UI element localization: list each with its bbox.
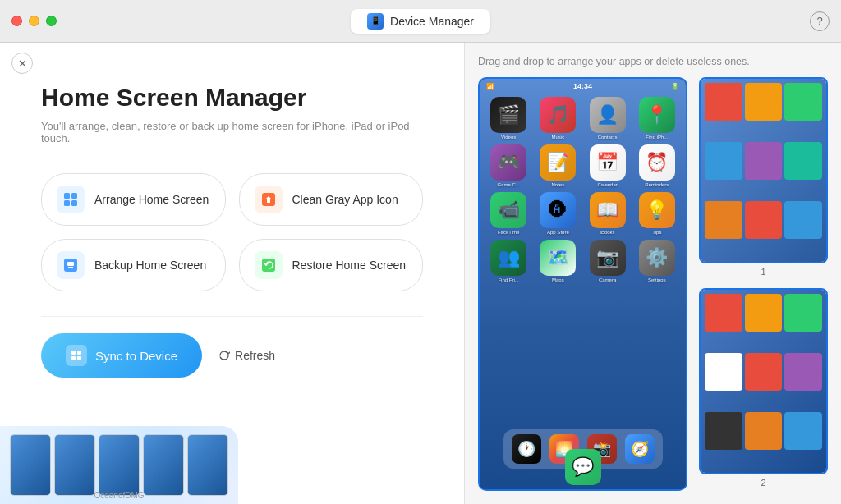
- app-music[interactable]: 🎵 Music: [535, 97, 580, 140]
- app-appstore[interactable]: 🅐 App Store: [535, 192, 580, 235]
- app-icons-grid[interactable]: 🎬 Videos 🎵 Music 👤 Contacts 📍: [480, 94, 686, 286]
- arrange-home-screen-button[interactable]: Arrange Home Screen: [41, 173, 226, 226]
- app-maps-label: Maps: [552, 277, 564, 282]
- status-bar: 📶 14:34 🔋: [480, 79, 686, 94]
- app-findmy-label: Find iPh...: [646, 135, 668, 140]
- refresh-icon: [218, 350, 230, 361]
- panel-close-button[interactable]: ✕: [11, 53, 33, 74]
- thumbnail-2-container: 2: [699, 288, 828, 474]
- svg-rect-2: [64, 200, 70, 206]
- thumb-label-2: 2: [761, 478, 765, 488]
- actions-grid: Arrange Home Screen Clean Gray App Icon: [41, 173, 423, 291]
- svg-rect-11: [71, 356, 76, 360]
- refresh-button[interactable]: Refresh: [218, 349, 275, 362]
- backup-label: Backup Home Screen: [94, 259, 206, 272]
- app-findfriends[interactable]: 👥 Find Fri...: [486, 240, 531, 282]
- app-camera[interactable]: 📷 Camera: [586, 240, 630, 282]
- maximize-traffic-light[interactable]: [46, 16, 57, 26]
- t2-app7: [705, 412, 742, 450]
- clean-label: Clean Gray App Icon: [292, 193, 398, 206]
- svg-rect-7: [68, 267, 73, 268]
- preview-screen-2: [55, 435, 94, 495]
- right-panel: Drag and drop to arrange your apps or de…: [464, 43, 841, 504]
- panel-subtitle: You'll arrange, clean, restore or back u…: [41, 120, 423, 144]
- dock-safari[interactable]: 🧭: [625, 434, 655, 464]
- phone-time: 14:34: [573, 82, 592, 90]
- preview-device-2: [54, 434, 95, 496]
- restore-home-screen-button[interactable]: Restore Home Screen: [239, 239, 424, 291]
- svg-rect-1: [71, 193, 77, 199]
- app-ibooks[interactable]: 📖 iBooks: [586, 192, 630, 235]
- clean-gray-app-icon-button[interactable]: Clean Gray App Icon: [239, 173, 424, 226]
- app-reminders-icon: ⏰: [639, 144, 675, 181]
- thumbnail-screen-2[interactable]: [699, 288, 828, 474]
- main-content: ✕ Home Screen Manager You'll arrange, cl…: [0, 43, 841, 504]
- t1-app6: [784, 142, 822, 180]
- refresh-label: Refresh: [235, 349, 275, 362]
- app-findfriends-label: Find Fri...: [498, 277, 518, 282]
- app-music-label: Music: [552, 135, 565, 140]
- app-gamecenter[interactable]: 🎮 Game C...: [486, 144, 531, 187]
- preview-device-3: [99, 434, 140, 496]
- svg-rect-0: [64, 193, 70, 199]
- t1-app4: [705, 142, 742, 180]
- battery-icon: 🔋: [671, 83, 679, 90]
- title-bar: 📱 Device Manager ?: [0, 0, 841, 43]
- app-camera-label: Camera: [599, 277, 616, 282]
- app-tips-label: Tips: [652, 230, 661, 235]
- app-findfriends-icon: 👥: [490, 240, 526, 276]
- app-facetime[interactable]: 📹 FaceTime: [486, 192, 531, 235]
- app-ibooks-label: iBooks: [600, 230, 615, 235]
- t1-app7: [705, 201, 742, 239]
- t1-app2: [745, 83, 783, 121]
- t2-app2: [745, 294, 783, 332]
- app-findmy[interactable]: 📍 Find iPh...: [635, 97, 679, 140]
- app-reminders-label: Reminders: [645, 182, 669, 187]
- app-settings[interactable]: ⚙️ Settings: [635, 240, 679, 282]
- app-maps[interactable]: 🗺️ Maps: [535, 240, 580, 282]
- minimize-traffic-light[interactable]: [29, 16, 39, 26]
- app-contacts[interactable]: 👤 Contacts: [586, 97, 630, 140]
- backup-icon: [57, 251, 85, 279]
- t1-app5: [745, 142, 783, 180]
- thumbnail-column: 1: [699, 77, 828, 491]
- thumb-label-1: 1: [761, 267, 765, 277]
- arrange-label: Arrange Home Screen: [94, 193, 209, 206]
- app-notes[interactable]: 📝 Notes: [535, 144, 580, 187]
- preview-device-4: [143, 434, 184, 496]
- app-appstore-icon: 🅐: [540, 192, 576, 228]
- preview-screen-1: [11, 435, 50, 495]
- watermark: OceanofDMG: [94, 491, 144, 500]
- app-reminders[interactable]: ⏰ Reminders: [635, 144, 679, 187]
- messages-standalone[interactable]: 💬: [565, 449, 601, 485]
- t1-app8: [745, 201, 783, 239]
- dock-clock[interactable]: 🕐: [512, 434, 541, 464]
- app-videos-icon: 🎬: [490, 97, 526, 133]
- t2-app8: [745, 412, 783, 450]
- clean-icon: [255, 186, 283, 213]
- thumbnail-1-container: 1: [699, 77, 828, 263]
- sync-to-device-button[interactable]: Sync to Device: [41, 333, 202, 378]
- preview-screen-5: [188, 435, 227, 495]
- app-videos[interactable]: 🎬 Videos: [486, 97, 531, 140]
- app-contacts-label: Contacts: [598, 135, 618, 140]
- restore-label: Restore Home Screen: [292, 259, 407, 272]
- app-tips[interactable]: 💡 Tips: [635, 192, 679, 235]
- app-gamecenter-icon: 🎮: [490, 144, 526, 181]
- t1-app1: [705, 83, 742, 121]
- close-traffic-light[interactable]: [11, 16, 22, 26]
- backup-home-screen-button[interactable]: Backup Home Screen: [41, 239, 226, 291]
- svg-rect-3: [71, 200, 77, 206]
- app-calendar-label: Calendar: [597, 182, 617, 187]
- app-music-icon: 🎵: [540, 97, 576, 133]
- help-button[interactable]: ?: [810, 11, 830, 31]
- app-settings-icon: ⚙️: [639, 240, 675, 276]
- svg-rect-10: [77, 351, 81, 355]
- app-maps-icon: 🗺️: [540, 240, 576, 276]
- t2-app1: [705, 294, 742, 332]
- arrange-icon: [57, 186, 85, 213]
- thumbnail-screen-1[interactable]: [699, 77, 828, 263]
- app-calendar[interactable]: 📅 Calendar: [586, 144, 630, 187]
- panel-title: Home Screen Manager: [41, 84, 423, 112]
- preview-device-1: [10, 434, 51, 496]
